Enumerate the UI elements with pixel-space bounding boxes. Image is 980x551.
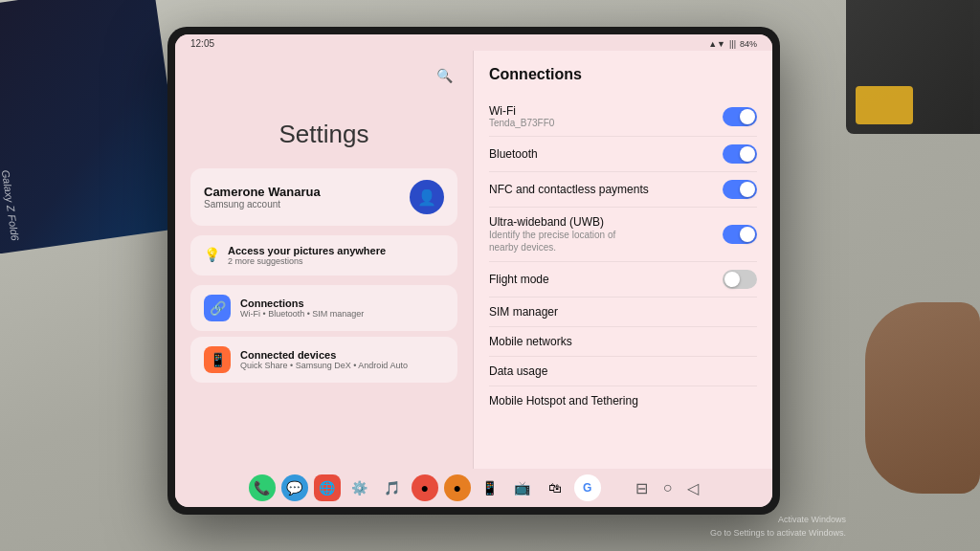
connections-panel-title: Connections: [489, 66, 757, 83]
data-usage-label: Data usage: [489, 364, 547, 378]
bluetooth-label: Bluetooth: [489, 147, 538, 161]
right-panel: Connections Wi-Fi Tenda_B73FF0 Bluetooth: [474, 51, 772, 469]
wifi-item[interactable]: Wi-Fi Tenda_B73FF0: [489, 97, 757, 137]
connections-subtitle: Wi-Fi • Bluetooth • SIM manager: [240, 309, 364, 319]
mobile-networks-item[interactable]: Mobile networks: [489, 327, 757, 357]
mobile-networks-label: Mobile networks: [489, 335, 572, 348]
nfc-toggle[interactable]: [723, 180, 757, 199]
nav-home-button[interactable]: ○: [663, 479, 673, 497]
hotspot-item[interactable]: Mobile Hotspot and Tethering: [489, 386, 757, 415]
uwb-label: Ultra-wideband (UWB): [489, 215, 633, 229]
nav-red-icon[interactable]: ●: [412, 474, 438, 501]
left-panel: 🔍 Settings Camerone Wanarua Samsung acco…: [175, 51, 474, 469]
top-right-device: [846, 0, 980, 134]
windows-watermark: Activate Windows Go to Settings to activ…: [710, 514, 846, 540]
hotspot-label: Mobile Hotspot and Tethering: [489, 394, 638, 408]
user-avatar: 👤: [410, 180, 444, 214]
status-time: 12:05: [190, 38, 214, 49]
wifi-label-group: Wi-Fi Tenda_B73FF0: [489, 104, 554, 128]
user-name: Camerone Wanarua: [204, 185, 321, 199]
user-subtitle: Samsung account: [204, 199, 321, 209]
connections-icon: 🔗: [204, 295, 231, 321]
flight-mode-item[interactable]: Flight mode: [489, 262, 757, 298]
status-icons: ▲▼ ||| 84%: [708, 39, 757, 49]
galaxy-fold-box: [0, 0, 188, 254]
settings-title: Settings: [190, 120, 457, 149]
connected-devices-subtitle: Quick Share • Samsung DeX • Android Auto: [240, 361, 408, 370]
connected-devices-icon: 📱: [204, 346, 231, 373]
connected-devices-menu-text: Connected devices Quick Share • Samsung …: [240, 349, 408, 370]
nav-back-button[interactable]: ◁: [687, 479, 699, 497]
nav-messages-icon[interactable]: 💬: [281, 474, 308, 501]
nav-dots: ⊟ ○ ◁: [635, 479, 700, 497]
galaxy-z-fold6-device: 12:05 ▲▼ ||| 84% 🔍 Settings Camerone Wan…: [167, 27, 780, 515]
wifi-sublabel: Tenda_B73FF0: [489, 118, 554, 128]
nav-apps-icon[interactable]: 📱: [477, 474, 503, 501]
connections-menu-text: Connections Wi-Fi • Bluetooth • SIM mana…: [240, 298, 364, 319]
nfc-item[interactable]: NFC and contactless payments: [489, 172, 757, 208]
nav-music-icon[interactable]: 🎵: [379, 474, 406, 501]
suggestion-icon: 💡: [204, 247, 220, 262]
flight-mode-toggle[interactable]: [723, 270, 757, 289]
user-profile-card[interactable]: Camerone Wanarua Samsung account 👤: [190, 168, 457, 226]
signal-icon: ▲▼: [708, 39, 725, 49]
sim-manager-label: SIM manager: [489, 305, 558, 319]
data-usage-item[interactable]: Data usage: [489, 357, 757, 386]
screen-content: 🔍 Settings Camerone Wanarua Samsung acco…: [175, 51, 772, 469]
nav-orange-icon[interactable]: ●: [444, 474, 471, 501]
wifi-label: Wi-Fi: [489, 104, 554, 118]
wifi-toggle[interactable]: [723, 107, 757, 126]
menu-item-connected-devices[interactable]: 📱 Connected devices Quick Share • Samsun…: [190, 337, 457, 383]
connected-devices-title: Connected devices: [240, 349, 408, 361]
search-bar: 🔍: [190, 62, 457, 89]
battery-icon: 84%: [740, 39, 757, 49]
nav-settings-icon[interactable]: ⚙️: [346, 474, 373, 501]
bottom-navigation: 📞 💬 🌐 ⚙️ 🎵 ● ● 📱 📺 🛍 G ⊟ ○ ◁: [175, 469, 772, 507]
sim-manager-item[interactable]: SIM manager: [489, 298, 757, 327]
menu-item-connections[interactable]: 🔗 Connections Wi-Fi • Bluetooth • SIM ma…: [190, 285, 457, 331]
status-bar: 12:05 ▲▼ ||| 84%: [175, 34, 772, 51]
uwb-label-group: Ultra-wideband (UWB) Identify the precis…: [489, 215, 633, 253]
nav-recents-button[interactable]: ⊟: [635, 479, 648, 497]
suggestion-title: Access your pictures anywhere: [228, 245, 386, 256]
suggestion-card[interactable]: 💡 Access your pictures anywhere 2 more s…: [190, 235, 457, 276]
phone-screen: 12:05 ▲▼ ||| 84% 🔍 Settings Camerone Wan…: [175, 34, 772, 507]
user-info: Camerone Wanarua Samsung account: [204, 185, 321, 209]
suggestion-text: Access your pictures anywhere 2 more sug…: [228, 245, 386, 266]
uwb-desc: Identify the precise location of nearby …: [489, 229, 633, 253]
suggestion-subtitle: 2 more suggestions: [228, 256, 386, 266]
windows-watermark-line1: Activate Windows: [710, 514, 846, 527]
connections-title: Connections: [240, 298, 364, 309]
flight-mode-label: Flight mode: [489, 273, 549, 286]
nav-tv-icon[interactable]: 📺: [509, 474, 536, 501]
uwb-toggle[interactable]: [723, 225, 757, 244]
avatar-icon: 👤: [417, 188, 436, 207]
nav-store-icon[interactable]: 🛍: [542, 474, 568, 501]
windows-watermark-line2: Go to Settings to activate Windows.: [710, 527, 846, 540]
nav-google-icon[interactable]: G: [574, 474, 601, 501]
search-icon[interactable]: 🔍: [431, 62, 457, 89]
nfc-label: NFC and contactless payments: [489, 183, 649, 196]
nav-phone-icon[interactable]: 📞: [249, 474, 276, 501]
network-icon: |||: [729, 39, 736, 49]
nav-browser-icon[interactable]: 🌐: [314, 474, 341, 501]
uwb-item[interactable]: Ultra-wideband (UWB) Identify the precis…: [489, 208, 757, 262]
bluetooth-toggle[interactable]: [723, 144, 757, 164]
hand: [865, 302, 980, 494]
bluetooth-item[interactable]: Bluetooth: [489, 137, 757, 172]
